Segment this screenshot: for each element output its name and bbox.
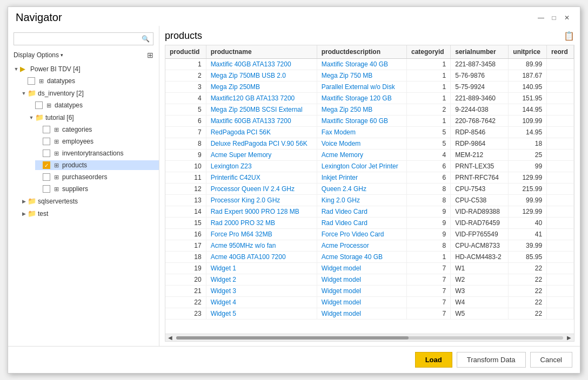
tree-item-sqlservertests: ▶ 📁 sqlservertests	[8, 195, 159, 207]
cell-15-5: 41	[509, 229, 547, 240]
checkbox-datatypes1[interactable]	[28, 77, 35, 85]
cell-12-4: CPU-C538	[451, 195, 509, 206]
cell-6-5: 14.95	[509, 127, 547, 138]
cell-16-6	[547, 240, 574, 252]
checkbox-categories[interactable]	[43, 126, 50, 133]
tree-row-products[interactable]: ✓ ⊞ products	[35, 160, 159, 170]
cell-5-5: 109.99	[509, 116, 547, 127]
display-options-label: Display Options	[14, 51, 59, 59]
tree-row-inventorytransactions[interactable]: ⊞ inventorytransactions	[35, 148, 159, 158]
cell-7-2: Voice Modem	[317, 138, 406, 150]
cell-4-3: 2	[407, 104, 451, 116]
tree-row-categories[interactable]: ⊞ categories	[35, 125, 159, 134]
cell-5-0: 6	[165, 116, 206, 127]
table-row: 5Mega Zip 250MB SCSI ExternalMega Zip 25…	[165, 104, 574, 116]
table-row: 23Widget 5Widget model7W522	[165, 308, 574, 320]
tree-row-ds-inventory[interactable]: ▼ 📁 ds_inventory [2]	[20, 88, 159, 98]
cell-15-3: 9	[407, 229, 451, 240]
horizontal-scrollbar[interactable]: ◀ ▶	[165, 334, 574, 341]
cell-9-5: 99	[509, 161, 547, 172]
cell-15-6	[547, 229, 574, 240]
maximize-button[interactable]: □	[549, 12, 559, 23]
cell-16-2: Acme Processor	[317, 240, 406, 252]
transform-data-button[interactable]: Transform Data	[457, 352, 526, 368]
cell-14-0: 15	[165, 218, 206, 229]
display-options-button[interactable]: Display Options ▾	[14, 51, 63, 59]
cell-18-2: Widget model	[317, 263, 406, 274]
cell-1-1: Mega Zip 750MB USB 2.0	[206, 70, 317, 82]
cell-8-3: 4	[407, 150, 451, 161]
scroll-thumb	[176, 336, 409, 340]
col-productdescription: productdescription	[317, 45, 406, 59]
tree-row-datatypes2[interactable]: ⊞ datatypes	[28, 100, 159, 110]
table-row: 8Deluxe RedPagoda PCI V.90 56KVoice Mode…	[165, 138, 574, 150]
expander-test: ▶	[20, 211, 28, 216]
cell-2-6	[547, 82, 574, 93]
cell-18-3: 7	[407, 263, 451, 274]
cell-11-3: 8	[407, 184, 451, 195]
scroll-left-arrow[interactable]: ◀	[166, 335, 174, 341]
cell-1-0: 2	[165, 70, 206, 82]
tree-row-suppliers[interactable]: ⊞ suppliers	[35, 184, 159, 194]
cell-12-0: 13	[165, 195, 206, 206]
col-unitprice: unitprice	[509, 45, 547, 59]
cell-1-4: 5-76-9876	[451, 70, 509, 82]
cell-4-5: 144.95	[509, 104, 547, 116]
cancel-button[interactable]: Cancel	[530, 352, 572, 368]
checkbox-products[interactable]: ✓	[43, 161, 50, 169]
cell-11-6	[547, 184, 574, 195]
tree-row-tutorial[interactable]: ▼ 📁 tutorial [6]	[28, 112, 159, 123]
cell-18-1: Widget 1	[206, 263, 317, 274]
cell-5-2: Maxtific Storage 60 GB	[317, 116, 406, 127]
cell-3-1: Maxtific120 GB ATA133 7200	[206, 93, 317, 104]
cell-0-0: 1	[165, 59, 206, 70]
table-row: 18Acme 40GB ATA100 7200Acme Storage 40 G…	[165, 252, 574, 263]
checkbox-inventorytransactions[interactable]	[43, 150, 50, 157]
cell-10-6	[547, 172, 574, 184]
cell-9-6	[547, 161, 574, 172]
tree-item-inventorytransactions: ⊞ inventorytransactions	[8, 147, 159, 159]
table-icon-employees: ⊞	[52, 138, 61, 145]
new-source-icon[interactable]: ⊞	[147, 51, 153, 59]
cell-8-5: 25	[509, 150, 547, 161]
cell-20-6	[547, 286, 574, 297]
table-row: 15Rad 2000 PRO 32 MBRad Video Card9VID-R…	[165, 218, 574, 229]
right-header: products 📋	[165, 30, 574, 42]
cell-13-5: 129.99	[509, 206, 547, 218]
table-scroll[interactable]: productid productname productdescription…	[165, 45, 574, 334]
tree-row-test[interactable]: ▶ 📁 test	[20, 208, 159, 219]
search-input[interactable]	[14, 33, 138, 45]
cell-15-2: Force Pro Video Card	[317, 229, 406, 240]
checkbox-suppliers[interactable]	[43, 185, 50, 193]
checkbox-purchaseorders[interactable]	[43, 173, 50, 181]
cell-17-3: 1	[407, 252, 451, 263]
col-productname: productname	[206, 45, 317, 59]
load-button[interactable]: Load	[415, 352, 452, 368]
scroll-right-arrow[interactable]: ▶	[565, 335, 573, 341]
tree-row-root[interactable]: ▼ ▶ Power BI TDV [4]	[12, 64, 159, 74]
tree-row-purchaseorders[interactable]: ⊞ purchaseorders	[35, 172, 159, 182]
col-categoryid: categoryid	[407, 45, 451, 59]
folder-icon-sqlservertests: 📁	[28, 197, 36, 205]
tree-row-datatypes1[interactable]: ⊞ datatypes	[20, 76, 159, 86]
checkbox-employees[interactable]	[43, 138, 50, 145]
download-icon[interactable]: 📋	[564, 31, 574, 41]
tree-row-sqlservertests[interactable]: ▶ 📁 sqlservertests	[20, 196, 159, 206]
tree-label-datatypes1: datatypes	[47, 77, 75, 85]
cell-14-3: 9	[407, 218, 451, 229]
cell-2-2: Parallel External w/o Disk	[317, 82, 406, 93]
table-row: 12Processor Queen IV 2.4 GHzQueen 2.4 GH…	[165, 184, 574, 195]
cell-19-3: 7	[407, 274, 451, 286]
tree-row-employees[interactable]: ⊞ employees	[35, 137, 159, 146]
cell-10-3: 6	[407, 172, 451, 184]
search-box: 🔍	[14, 32, 153, 45]
checkbox-datatypes2[interactable]	[35, 101, 43, 109]
table-row: 22Widget 4Widget model7W422	[165, 297, 574, 308]
close-button[interactable]: ✕	[562, 12, 572, 23]
tree-label-root: Power BI TDV [4]	[30, 65, 80, 73]
minimize-button[interactable]: —	[536, 12, 546, 23]
cell-3-4: 221-889-3460	[451, 93, 509, 104]
cell-6-0: 7	[165, 127, 206, 138]
search-icon[interactable]: 🔍	[138, 33, 153, 45]
cell-2-4: 5-75-9924	[451, 82, 509, 93]
